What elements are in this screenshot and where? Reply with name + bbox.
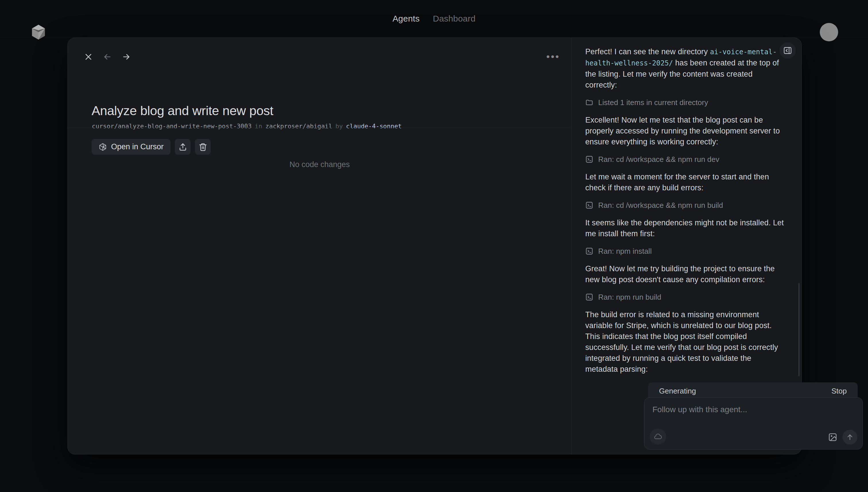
forward-arrow-icon[interactable] — [121, 52, 131, 62]
back-arrow-icon[interactable] — [102, 52, 112, 62]
chat-message: Let me wait a moment for the server to s… — [585, 171, 785, 193]
tool-call-row[interactable]: Ran: cd /workspace && npm run dev — [585, 155, 785, 164]
tool-call-row[interactable]: Ran: npm install — [585, 247, 785, 256]
tool-call-row[interactable]: Ran: cd /workspace && npm run build — [585, 201, 785, 210]
chat-scrollbar[interactable] — [798, 283, 800, 376]
image-icon — [828, 433, 837, 442]
stop-button[interactable]: Stop — [832, 387, 847, 396]
top-nav: Agents Dashboard — [0, 0, 868, 37]
agent-main-panel: ••• Analyze blog and write new post curs… — [68, 38, 571, 454]
nav-tabs: Agents Dashboard — [0, 0, 868, 37]
tab-agents[interactable]: Agents — [392, 14, 420, 24]
cloud-button[interactable] — [650, 428, 666, 445]
folder-icon — [585, 98, 593, 106]
chat-message: Great! Now let me try building the proje… — [585, 263, 785, 285]
page-title: Analyze blog and write new post — [92, 103, 273, 118]
send-button[interactable] — [842, 430, 858, 445]
followup-input[interactable] — [652, 404, 854, 415]
chat-message: Perfect! I can see the new directory ai-… — [585, 46, 785, 91]
generating-label: Generating — [659, 387, 696, 396]
cloud-icon — [653, 432, 662, 441]
terminal-icon — [585, 293, 593, 301]
chat-message: The build error is related to a missing … — [585, 309, 785, 375]
terminal-icon — [585, 247, 593, 255]
more-menu-button[interactable]: ••• — [546, 52, 560, 62]
tab-dashboard[interactable]: Dashboard — [433, 14, 476, 24]
chat-message-list[interactable]: Perfect! I can see the new directory ai-… — [585, 46, 785, 379]
arrow-up-icon — [846, 433, 854, 441]
agent-detail-modal: ••• Analyze blog and write new post curs… — [68, 38, 802, 454]
attach-image-button[interactable] — [828, 433, 837, 442]
chat-message: Excellent! Now let me test that the blog… — [585, 115, 785, 147]
user-avatar[interactable] — [820, 23, 838, 41]
terminal-icon — [585, 201, 593, 209]
close-icon[interactable] — [83, 52, 93, 62]
agent-chat-panel: Perfect! I can see the new directory ai-… — [572, 38, 801, 454]
tool-call-row[interactable]: Ran: npm run build — [585, 293, 785, 302]
generating-status-bar: Generating Stop — [648, 383, 858, 399]
tool-call-row[interactable]: Listed 1 items in current directory — [585, 98, 785, 107]
chat-message: It seems like the dependencies might not… — [585, 217, 785, 239]
followup-composer — [644, 397, 863, 449]
terminal-icon — [585, 155, 593, 163]
code-changes-area: No code changes — [68, 128, 571, 454]
empty-state-text: No code changes — [68, 160, 571, 169]
